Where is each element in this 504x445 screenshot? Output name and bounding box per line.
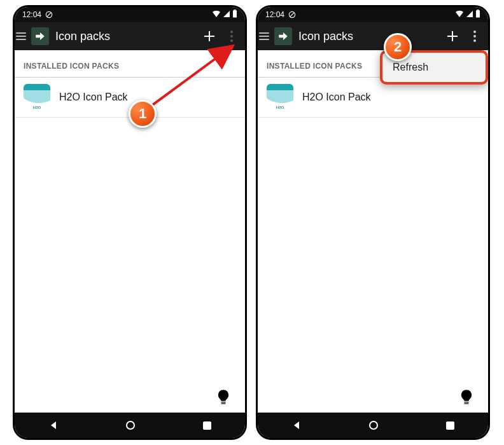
nav-home-button[interactable] [369,421,378,430]
app-logo-icon [31,27,49,45]
svg-line-5 [290,13,295,17]
hint-lightbulb-icon[interactable] [211,385,236,410]
overflow-menu-button[interactable] [222,24,241,49]
status-time: 12:04 [265,10,284,19]
nav-back-button[interactable] [291,420,302,430]
signal-icon [223,10,230,20]
svg-rect-7 [477,10,479,11]
svg-rect-3 [234,10,236,11]
app-bar: Icon packs [15,22,245,50]
svg-rect-6 [476,11,480,18]
app-bar-title: Icon packs [296,30,440,43]
menu-icon[interactable] [258,32,270,40]
icon-pack-label: H2O Icon Pack [302,92,371,103]
icon-pack-label: H2O Icon Pack [59,92,128,103]
wifi-icon [212,10,221,20]
svg-rect-2 [233,11,237,18]
signal-icon [466,10,473,20]
battery-icon [232,10,237,20]
status-bar: 12:04 [15,7,245,22]
dnd-icon [288,11,296,18]
annotation-callout-2: 2 [384,33,412,61]
battery-icon [475,10,480,20]
app-bar: Icon packs [258,22,488,50]
menu-icon[interactable] [15,32,27,40]
overflow-menu-button[interactable] [465,24,484,49]
annotation-callout-1: 1 [129,100,157,128]
nav-home-button[interactable] [126,421,135,430]
status-bar: 12:04 [258,7,488,22]
status-time: 12:04 [22,10,41,19]
phone-right: 12:04 Icon packs INSTA [256,5,490,440]
nav-bar [258,413,488,438]
section-header: INSTALLED ICON PACKS [15,50,245,78]
nav-recent-button[interactable] [203,421,211,430]
svg-line-1 [47,13,52,17]
app-logo-icon [274,27,292,45]
icon-pack-thumbnail: H2O [267,84,293,111]
add-button[interactable] [197,24,222,49]
add-button[interactable] [440,24,465,49]
nav-bar [15,413,245,438]
nav-recent-button[interactable] [446,421,454,430]
app-bar-title: Icon packs [53,30,197,43]
dnd-icon [45,11,53,18]
wifi-icon [455,10,464,20]
hint-lightbulb-icon[interactable] [454,385,479,410]
nav-back-button[interactable] [48,420,59,430]
phone-left: 12:04 Icon packs INSTA [13,5,247,440]
icon-pack-thumbnail: H2O [24,84,50,111]
